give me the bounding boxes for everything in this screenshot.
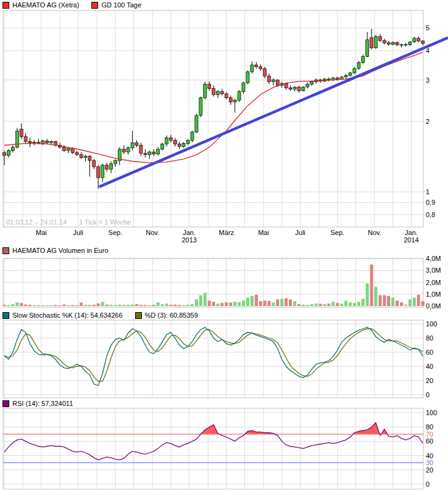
- svg-text:0,0M: 0,0M: [426, 302, 441, 310]
- svg-text:4,0M: 4,0M: [426, 255, 441, 262]
- series-swatch-percent-d: [135, 312, 142, 319]
- legend-item-volume: HAEMATO AG Volumen in Euro: [2, 247, 109, 254]
- stock-chart-application: HAEMATO AG (Xetra) GD 100 Tage HAEMATO A…: [0, 0, 448, 491]
- svg-text:5: 5: [426, 24, 429, 31]
- series-label-rsi: RSI (14): 57,324011: [12, 400, 73, 407]
- svg-text:März: März: [219, 229, 234, 236]
- series-label-haemato: HAEMATO AG (Xetra): [12, 1, 79, 9]
- svg-text:1: 1: [426, 188, 429, 196]
- legend-item-gd100: GD 100 Tage: [91, 1, 141, 9]
- svg-text:20: 20: [426, 466, 433, 474]
- svg-text:3: 3: [426, 76, 429, 84]
- series-label-gd100: GD 100 Tage: [101, 1, 141, 9]
- price-chart-legend: HAEMATO AG (Xetra) GD 100 Tage: [2, 1, 141, 9]
- legend-item-percent-d: %D (3): 60,85359: [135, 312, 198, 319]
- svg-text:Nov.: Nov.: [368, 229, 381, 236]
- svg-text:80: 80: [426, 423, 433, 431]
- svg-text:60: 60: [426, 349, 433, 356]
- gd100-line: [4, 52, 423, 163]
- svg-text:100: 100: [426, 320, 437, 328]
- series-swatch-rsi: [2, 400, 9, 407]
- series-label-percent-d: %D (3): 60,85359: [145, 312, 198, 319]
- rsi-overbought-fill: [201, 423, 387, 434]
- svg-text:2014: 2014: [404, 236, 418, 244]
- legend-item-haemato: HAEMATO AG (Xetra): [2, 1, 79, 9]
- rsi-panel: 1008070604030200: [3, 408, 437, 489]
- trend-line: [99, 38, 448, 187]
- price-y-axis-labels: 543210,90,8: [426, 24, 435, 218]
- svg-text:40: 40: [426, 452, 433, 460]
- svg-text:Juli: Juli: [73, 229, 83, 236]
- svg-text:Jan.: Jan.: [405, 229, 418, 236]
- svg-text:Sep.: Sep.: [330, 229, 344, 236]
- legend-item-percent-k: Slow Stochastic %K (14): 54,634266: [2, 312, 123, 319]
- svg-text:40: 40: [426, 363, 433, 370]
- stochastic-panel: 100806040200: [3, 320, 437, 398]
- svg-text:Juli: Juli: [295, 229, 305, 236]
- percent-k-line: [4, 328, 423, 386]
- svg-text:Nov.: Nov.: [146, 229, 159, 236]
- svg-text:Sep.: Sep.: [109, 229, 123, 236]
- series-swatch-gd100: [91, 2, 98, 9]
- svg-text:01.03.12 – 24.01.14: 01.03.12 – 24.01.14: [6, 218, 67, 226]
- svg-text:100: 100: [426, 409, 437, 416]
- candlestick-series: [3, 29, 425, 189]
- date-range-note: 01.03.12 – 24.01.141 Tick = 1 Woche: [6, 218, 131, 226]
- svg-text:2: 2: [426, 118, 429, 125]
- percent-d-line: [4, 329, 423, 381]
- svg-text:0: 0: [426, 391, 429, 398]
- series-label-percent-k: Slow Stochastic %K (14): 54,634266: [12, 312, 123, 319]
- volume-chart-legend: HAEMATO AG Volumen in Euro: [2, 247, 109, 254]
- svg-text:80: 80: [426, 334, 433, 342]
- svg-text:2013: 2013: [181, 236, 196, 244]
- x-axis-labels: MaiJuliSep.Nov.Jan.2013MärzMaiJuliSep.No…: [36, 229, 419, 244]
- svg-text:1 Tick = 1 Woche: 1 Tick = 1 Woche: [79, 218, 131, 226]
- price-panel: 543210,90,8MaiJuliSep.Nov.Jan.2013MärzMa…: [3, 10, 436, 244]
- legend-item-rsi: RSI (14): 57,324011: [2, 400, 73, 407]
- series-label-volume: HAEMATO AG Volumen in Euro: [12, 247, 109, 254]
- svg-text:20: 20: [426, 377, 433, 384]
- svg-text:60: 60: [426, 437, 433, 445]
- svg-text:3,0M: 3,0M: [426, 266, 441, 274]
- svg-text:70: 70: [426, 431, 433, 438]
- stochastic-chart-legend: Slow Stochastic %K (14): 54,634266 %D (3…: [2, 312, 198, 319]
- svg-text:Mai: Mai: [36, 229, 47, 236]
- chart-canvas: 543210,90,8MaiJuliSep.Nov.Jan.2013MärzMa…: [0, 0, 448, 491]
- svg-text:Jan.: Jan.: [183, 229, 196, 236]
- series-swatch-percent-k: [2, 312, 9, 319]
- svg-text:1,0M: 1,0M: [426, 291, 441, 298]
- series-swatch-volume: [2, 247, 9, 254]
- svg-text:0: 0: [426, 481, 429, 488]
- svg-text:0,9: 0,9: [426, 199, 435, 206]
- svg-text:30: 30: [426, 459, 433, 466]
- series-swatch-haemato: [2, 2, 9, 9]
- svg-text:0,8: 0,8: [426, 211, 435, 218]
- rsi-chart-legend: RSI (14): 57,324011: [2, 400, 73, 407]
- svg-text:2,0M: 2,0M: [426, 279, 441, 286]
- price-gridlines: [3, 10, 423, 227]
- volume-panel: 4,0M3,0M2,0M1,0M0,0M: [3, 255, 441, 310]
- svg-text:Mai: Mai: [258, 229, 269, 236]
